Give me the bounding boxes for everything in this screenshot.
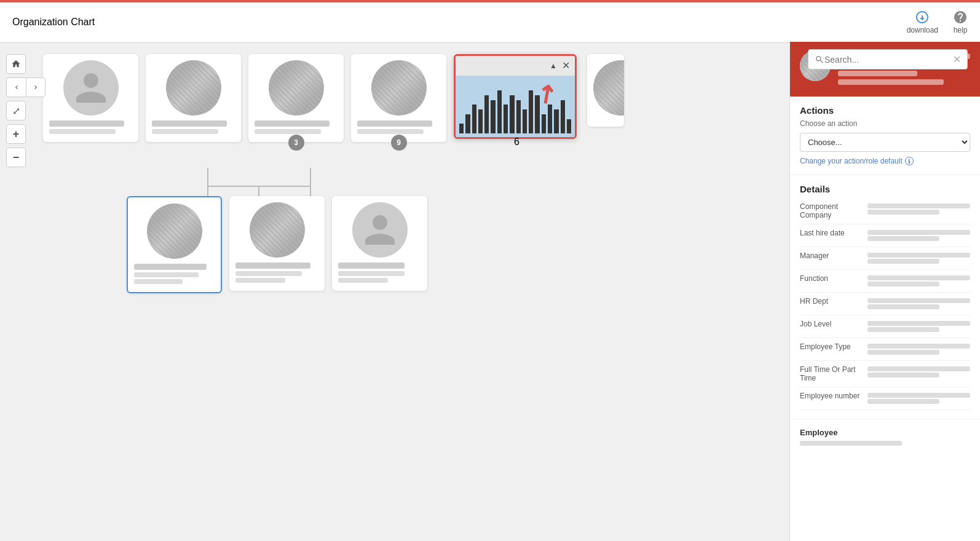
org-node-5-chart[interactable]: ▲ ✕ ↗: [454, 54, 577, 139]
detail-value: [867, 270, 970, 293]
node3-name: [255, 120, 330, 127]
chart-bar: [491, 100, 495, 133]
detail-label: HR Dept: [800, 293, 867, 315]
chart-bar: [510, 95, 514, 133]
org-node-3[interactable]: 3: [248, 54, 344, 142]
chart-popup-controls: ▲ ✕: [550, 61, 570, 71]
org-node-2[interactable]: [146, 54, 241, 142]
details-row: Full Time Or Part Time: [800, 361, 970, 387]
actions-title: Actions: [800, 105, 970, 116]
detail-label: Employee number: [800, 387, 867, 410]
detail-label: Function: [800, 270, 867, 293]
avatar-2: [166, 60, 221, 116]
chart-bar: [465, 114, 470, 133]
chart-bar: [554, 109, 558, 133]
details-row: Last hire date: [800, 224, 970, 247]
app-title: Organization Chart: [12, 17, 95, 28]
forward-button[interactable]: [26, 77, 45, 97]
org-node-1[interactable]: [43, 54, 138, 142]
panel-name-line3: [838, 71, 917, 76]
download-button[interactable]: download: [907, 10, 938, 34]
avatar-4: [371, 60, 427, 116]
avatar-7: [250, 202, 305, 258]
detail-label: Component Company: [800, 198, 867, 224]
node7-sub2: [235, 278, 285, 283]
details-row: Employee Type: [800, 338, 970, 361]
details-row: Function: [800, 270, 970, 293]
node4-badge: 9: [391, 135, 407, 151]
detail-value: [867, 315, 970, 338]
back-button[interactable]: [6, 77, 26, 97]
detail-value: [867, 247, 970, 270]
actions-subtitle: Choose an action: [800, 119, 970, 128]
avatar-8: [352, 202, 408, 258]
top-bar-actions: download help: [907, 10, 968, 34]
details-row: Component Company: [800, 198, 970, 224]
chart-bar: [567, 119, 571, 133]
zoom-in-button[interactable]: +: [6, 124, 26, 144]
avatar-3: [269, 60, 324, 116]
detail-label: Last hire date: [800, 224, 867, 247]
chart-popup-header: ▲ ✕: [456, 56, 575, 76]
chart-bar: [516, 100, 521, 133]
chart-body: ↗: [456, 76, 575, 137]
chart-bar: [478, 109, 483, 133]
employee-value: [800, 441, 902, 446]
node4-sub: [357, 129, 424, 134]
person-icon-1: [73, 69, 109, 106]
chart-bar: [523, 109, 527, 133]
home-button[interactable]: [6, 54, 26, 74]
search-icon: [815, 55, 824, 65]
chart-bar: [504, 105, 508, 133]
details-row: Employee number: [800, 387, 970, 410]
help-label: help: [954, 26, 968, 34]
detail-label: Employee Type: [800, 338, 867, 361]
details-table: Component Company Last hire date Manager…: [800, 198, 970, 410]
fit-button[interactable]: ⤢: [6, 101, 26, 120]
download-label: download: [907, 26, 938, 34]
selected-name1: [134, 264, 207, 270]
detail-value: [867, 198, 970, 224]
action-role-link[interactable]: Change your action/role default ℹ: [800, 157, 914, 165]
zoom-out-button[interactable]: −: [6, 148, 26, 167]
person-icon-8: [362, 211, 398, 248]
detail-value: [867, 338, 970, 361]
node3-sub: [255, 129, 321, 134]
actions-dropdown[interactable]: Choose...: [800, 133, 970, 152]
org-node-5-container: ▲ ✕ ↗ 6: [454, 54, 580, 139]
search-bar: ✕: [808, 49, 968, 69]
selected-sub2: [134, 279, 183, 284]
actions-section: Actions Choose an action Choose... Chang…: [790, 97, 980, 175]
node7-name: [235, 263, 310, 269]
top-bar: Organization Chart download help: [0, 0, 980, 42]
avatar-6: [593, 60, 624, 116]
org-node-4[interactable]: 9: [351, 54, 446, 142]
node8-name: [338, 263, 405, 269]
details-section: Details Component Company Last hire date…: [790, 175, 980, 419]
node2-sub: [152, 129, 218, 134]
help-button[interactable]: help: [953, 10, 968, 34]
info-icon: ℹ: [905, 157, 914, 165]
forward-icon: [32, 84, 39, 91]
node1-sub: [49, 129, 116, 134]
chart-bar: [529, 90, 533, 133]
back-icon: [13, 84, 20, 91]
org-node-8[interactable]: [332, 196, 427, 291]
chart-bar: [548, 105, 552, 133]
avatar-1: [63, 60, 119, 116]
help-icon: [953, 10, 968, 25]
node7-sub1: [235, 271, 302, 276]
search-input[interactable]: [824, 55, 953, 65]
org-node-6[interactable]: [587, 54, 624, 127]
chart-close-button[interactable]: ✕: [562, 61, 570, 71]
chart-collapse-button[interactable]: ▲: [550, 61, 557, 71]
detail-label: Job Level: [800, 315, 867, 338]
org-node-7[interactable]: [229, 196, 325, 291]
search-clear-button[interactable]: ✕: [953, 53, 961, 65]
node2-name: [152, 120, 227, 127]
detail-value: [867, 293, 970, 315]
node8-sub2: [338, 278, 388, 283]
canvas: ⤢ + −: [0, 42, 789, 541]
org-node-selected[interactable]: [127, 196, 222, 293]
node4-name: [357, 120, 432, 127]
